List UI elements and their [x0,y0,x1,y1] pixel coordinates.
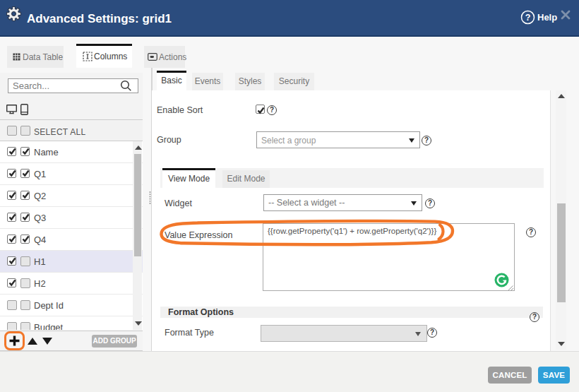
svg-text:?: ? [525,13,531,23]
